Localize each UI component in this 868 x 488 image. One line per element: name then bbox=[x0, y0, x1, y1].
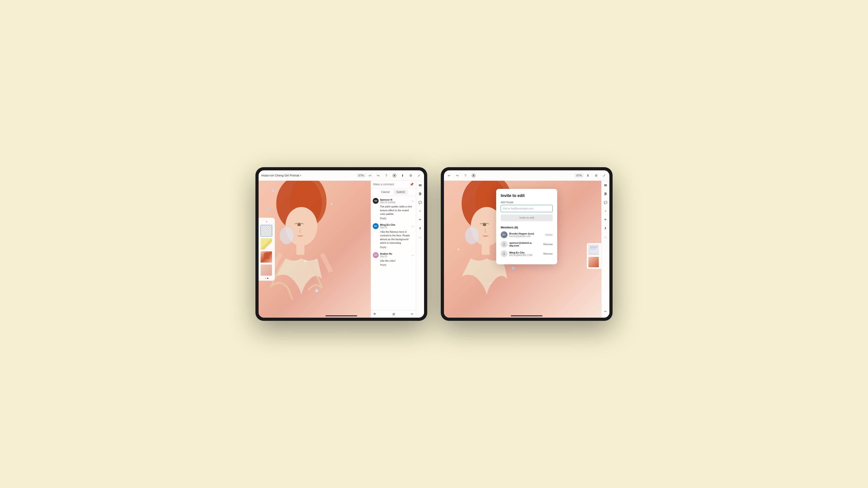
svg-point-28 bbox=[483, 223, 486, 226]
svg-rect-43 bbox=[604, 186, 607, 186]
zoom-level[interactable]: 67% bbox=[357, 173, 366, 177]
comment-input[interactable] bbox=[373, 183, 408, 186]
member-name-spencer: spencer@sketch-a-day.com bbox=[509, 241, 541, 247]
share-icon-r[interactable]: ⬆ bbox=[585, 173, 590, 178]
comment-rt-icon-r[interactable]: 💬 bbox=[603, 200, 608, 205]
comment-bottom-bar: 👁 ⊞ ✏ bbox=[371, 310, 416, 318]
comment-author-1: Ming-En Cho bbox=[380, 223, 410, 226]
avatar-spencer: SN bbox=[373, 198, 379, 204]
svg-rect-39 bbox=[590, 248, 596, 249]
upload-rt-icon-r[interactable]: ⬆ bbox=[603, 225, 608, 231]
comment-icon[interactable] bbox=[392, 173, 397, 178]
cancel-button[interactable]: Cancel bbox=[379, 190, 391, 195]
comment-more-2[interactable]: ··· bbox=[411, 253, 414, 257]
thumbnail-2[interactable] bbox=[260, 251, 272, 263]
right-toolbar-right: 💬 ＋ 👁 ⬆ ··· ✏ bbox=[601, 181, 610, 318]
thumbnail-0[interactable] bbox=[260, 225, 272, 237]
add-rt-icon-r[interactable]: ＋ bbox=[603, 208, 608, 214]
toolbar-icons-right: ↩ ↪ ? bbox=[447, 173, 573, 178]
home-indicator-left bbox=[326, 315, 357, 316]
fullscreen-icon[interactable]: ⤢ bbox=[416, 173, 421, 178]
comment-more-1[interactable]: ··· bbox=[411, 224, 414, 228]
undo-icon-r[interactable]: ↩ bbox=[447, 173, 452, 178]
svg-rect-41 bbox=[604, 184, 607, 185]
svg-rect-40 bbox=[590, 249, 596, 250]
reply-btn-1[interactable]: Reply bbox=[380, 246, 414, 249]
person-icon bbox=[502, 242, 506, 246]
comment-meta-1: Ming-En Cho Sep 03 bbox=[380, 223, 410, 229]
undo-icon[interactable]: ↩ bbox=[368, 173, 373, 178]
visibility-icon[interactable]: 👁 bbox=[373, 312, 376, 316]
comment-more-0[interactable]: ··· bbox=[411, 199, 414, 203]
member-spencer: spencer@sketch-a-day.com Remove bbox=[501, 241, 553, 248]
svg-point-27 bbox=[465, 227, 479, 244]
adjustments-icon-r[interactable] bbox=[603, 191, 608, 197]
comment-rt-icon[interactable]: 💬 bbox=[417, 200, 423, 205]
comment-icon-r[interactable] bbox=[471, 173, 476, 178]
member-brooke: BH Brooke Hopper (you) francesi@adobe.co… bbox=[501, 231, 553, 238]
settings-icon-r[interactable]: ⚙ bbox=[594, 173, 598, 178]
share-icon[interactable]: ⬆ bbox=[400, 173, 405, 178]
comment-text-0: The paint spatter adds a nice texture ef… bbox=[380, 205, 414, 216]
upload-rt-icon[interactable]: ⬆ bbox=[417, 225, 423, 231]
members-section: Members (6) BH Brooke Hopper (you) franc… bbox=[501, 226, 553, 257]
remove-ming-btn[interactable]: Remove bbox=[544, 252, 553, 255]
person-icon-2 bbox=[502, 252, 506, 256]
member-email-ming: MCHO@ADOBE.COM bbox=[509, 254, 541, 256]
add-rt-icon[interactable]: ＋ bbox=[417, 208, 423, 214]
invite-btn[interactable]: Invite to edit bbox=[501, 215, 553, 221]
invite-input[interactable] bbox=[501, 205, 553, 212]
comment-text-2: Like the color! bbox=[380, 259, 414, 263]
avatar-brooke: BH bbox=[501, 231, 507, 238]
member-role-brooke: Owner bbox=[546, 233, 553, 236]
pin-icon[interactable]: 📌 bbox=[410, 183, 414, 186]
svg-point-21 bbox=[419, 194, 420, 195]
zoom-level-right[interactable]: 67% bbox=[575, 173, 584, 177]
invite-title: Invite to edit bbox=[501, 193, 553, 198]
reply-btn-2[interactable]: Reply bbox=[380, 263, 414, 266]
member-ming-invite: Ming-En Cho MCHO@ADOBE.COM Remove bbox=[501, 250, 553, 257]
svg-rect-38 bbox=[590, 247, 597, 248]
top-bar-right: ↩ ↪ ? 67% ⬆ ⚙ ⤢ bbox=[444, 170, 610, 181]
reply-btn-0[interactable]: Reply bbox=[380, 217, 414, 220]
svg-rect-12 bbox=[260, 225, 272, 237]
comment-input-area: 📌 bbox=[371, 181, 416, 188]
submit-button[interactable]: Submit bbox=[394, 190, 408, 195]
adjustments-icon[interactable] bbox=[417, 191, 423, 197]
ipad-right: ↩ ↪ ? 67% ⬆ ⚙ ⤢ bbox=[441, 167, 613, 321]
document-title[interactable]: Hsiao-ron Cheng Girl Portrait ▾ bbox=[261, 174, 355, 177]
layers-icon-r[interactable] bbox=[603, 183, 608, 188]
thumbnail-3[interactable] bbox=[260, 264, 272, 276]
member-info-ming: Ming-En Cho MCHO@ADOBE.COM bbox=[509, 251, 541, 256]
svg-rect-42 bbox=[604, 185, 607, 186]
more-rt-icon[interactable]: ··· bbox=[417, 234, 423, 239]
redo-icon-r[interactable]: ↪ bbox=[455, 173, 460, 178]
pen-bottom-icon-r[interactable]: ✏ bbox=[603, 308, 608, 314]
thumbnail-1[interactable] bbox=[260, 238, 272, 250]
eye-rt-icon-r[interactable]: 👁 bbox=[603, 217, 608, 222]
svg-point-17 bbox=[419, 193, 420, 193]
svg-point-31 bbox=[503, 252, 505, 254]
dot-indicator bbox=[260, 278, 273, 279]
filter-icon[interactable]: ⊞ bbox=[393, 312, 395, 316]
member-info-spencer: spencer@sketch-a-day.com bbox=[509, 241, 541, 247]
comment-text-1: I like the flatness here in contrast to … bbox=[380, 230, 414, 245]
comment-date-2: Sep 03 bbox=[380, 255, 410, 258]
remove-spencer-btn[interactable]: Remove bbox=[544, 243, 553, 246]
fullscreen-icon-r[interactable]: ⤢ bbox=[602, 173, 607, 178]
comment-author-0: Spencer N bbox=[380, 198, 410, 201]
pen-icon[interactable]: ✏ bbox=[411, 312, 414, 316]
toolbar-icons: ↩ ↪ ? ⬆ ⚙ ⤢ bbox=[368, 173, 421, 178]
eye-rt-icon[interactable]: 👁 bbox=[417, 217, 423, 222]
right-icons-r: ⬆ ⚙ ⤢ bbox=[585, 173, 607, 178]
thumb-chevron-icon[interactable]: ‹ bbox=[260, 220, 273, 223]
redo-icon[interactable]: ↪ bbox=[376, 173, 381, 178]
help-icon-r[interactable]: ? bbox=[463, 173, 468, 178]
more-rt-icon-r[interactable]: ··· bbox=[603, 234, 608, 239]
help-icon[interactable]: ? bbox=[384, 173, 389, 178]
thumbnail-r0[interactable] bbox=[588, 245, 599, 255]
settings-icon[interactable]: ⚙ bbox=[408, 173, 413, 178]
scene: Hsiao-ron Cheng Girl Portrait ▾ 67% ↩ ↪ … bbox=[0, 0, 868, 488]
layers-icon[interactable] bbox=[417, 183, 423, 188]
thumbnail-r1[interactable] bbox=[588, 257, 599, 267]
